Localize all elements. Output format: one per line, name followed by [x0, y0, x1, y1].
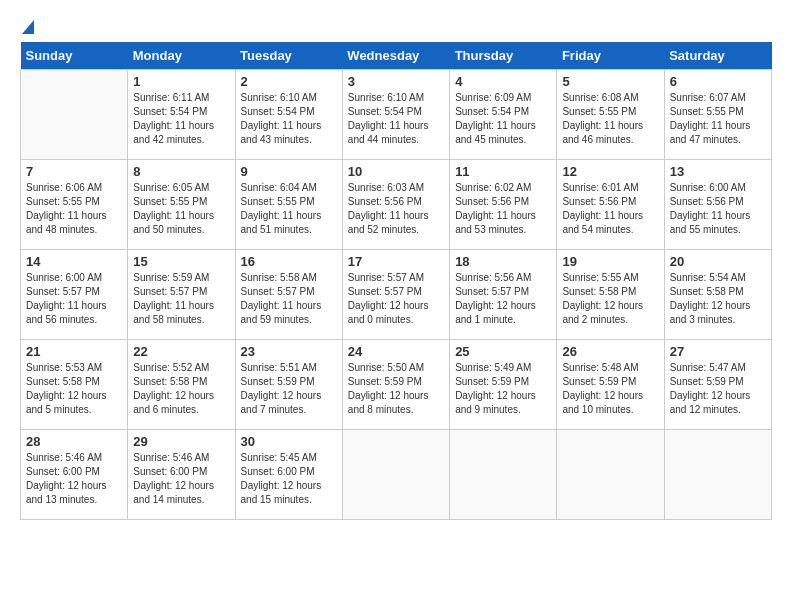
- calendar-cell: 25Sunrise: 5:49 AM Sunset: 5:59 PM Dayli…: [450, 340, 557, 430]
- col-friday: Friday: [557, 42, 664, 70]
- day-info: Sunrise: 6:09 AM Sunset: 5:54 PM Dayligh…: [455, 91, 551, 147]
- calendar-cell: 23Sunrise: 5:51 AM Sunset: 5:59 PM Dayli…: [235, 340, 342, 430]
- day-info: Sunrise: 5:59 AM Sunset: 5:57 PM Dayligh…: [133, 271, 229, 327]
- day-number: 15: [133, 254, 229, 269]
- logo: [20, 20, 42, 32]
- calendar-cell: 12Sunrise: 6:01 AM Sunset: 5:56 PM Dayli…: [557, 160, 664, 250]
- day-info: Sunrise: 6:01 AM Sunset: 5:56 PM Dayligh…: [562, 181, 658, 237]
- day-number: 22: [133, 344, 229, 359]
- calendar-cell: 16Sunrise: 5:58 AM Sunset: 5:57 PM Dayli…: [235, 250, 342, 340]
- day-info: Sunrise: 5:57 AM Sunset: 5:57 PM Dayligh…: [348, 271, 444, 327]
- calendar-cell: 13Sunrise: 6:00 AM Sunset: 5:56 PM Dayli…: [664, 160, 771, 250]
- day-number: 3: [348, 74, 444, 89]
- calendar-cell: 5Sunrise: 6:08 AM Sunset: 5:55 PM Daylig…: [557, 70, 664, 160]
- calendar-header-row: SundayMondayTuesdayWednesdayThursdayFrid…: [21, 42, 772, 70]
- calendar-cell: 29Sunrise: 5:46 AM Sunset: 6:00 PM Dayli…: [128, 430, 235, 520]
- day-info: Sunrise: 6:00 AM Sunset: 5:56 PM Dayligh…: [670, 181, 766, 237]
- day-info: Sunrise: 5:54 AM Sunset: 5:58 PM Dayligh…: [670, 271, 766, 327]
- calendar-cell: 15Sunrise: 5:59 AM Sunset: 5:57 PM Dayli…: [128, 250, 235, 340]
- calendar-cell: 24Sunrise: 5:50 AM Sunset: 5:59 PM Dayli…: [342, 340, 449, 430]
- day-number: 25: [455, 344, 551, 359]
- day-info: Sunrise: 5:53 AM Sunset: 5:58 PM Dayligh…: [26, 361, 122, 417]
- day-number: 28: [26, 434, 122, 449]
- day-info: Sunrise: 5:51 AM Sunset: 5:59 PM Dayligh…: [241, 361, 337, 417]
- day-info: Sunrise: 5:46 AM Sunset: 6:00 PM Dayligh…: [26, 451, 122, 507]
- calendar-cell: 27Sunrise: 5:47 AM Sunset: 5:59 PM Dayli…: [664, 340, 771, 430]
- day-number: 2: [241, 74, 337, 89]
- week-row-1: 1Sunrise: 6:11 AM Sunset: 5:54 PM Daylig…: [21, 70, 772, 160]
- day-info: Sunrise: 6:00 AM Sunset: 5:57 PM Dayligh…: [26, 271, 122, 327]
- day-number: 27: [670, 344, 766, 359]
- col-thursday: Thursday: [450, 42, 557, 70]
- col-tuesday: Tuesday: [235, 42, 342, 70]
- calendar-cell: [450, 430, 557, 520]
- calendar-table: SundayMondayTuesdayWednesdayThursdayFrid…: [20, 42, 772, 520]
- day-number: 4: [455, 74, 551, 89]
- logo-triangle-icon: [22, 16, 42, 36]
- day-info: Sunrise: 5:56 AM Sunset: 5:57 PM Dayligh…: [455, 271, 551, 327]
- day-info: Sunrise: 6:08 AM Sunset: 5:55 PM Dayligh…: [562, 91, 658, 147]
- week-row-2: 7Sunrise: 6:06 AM Sunset: 5:55 PM Daylig…: [21, 160, 772, 250]
- calendar-cell: 18Sunrise: 5:56 AM Sunset: 5:57 PM Dayli…: [450, 250, 557, 340]
- calendar-cell: 10Sunrise: 6:03 AM Sunset: 5:56 PM Dayli…: [342, 160, 449, 250]
- day-number: 12: [562, 164, 658, 179]
- calendar-cell: 4Sunrise: 6:09 AM Sunset: 5:54 PM Daylig…: [450, 70, 557, 160]
- day-number: 11: [455, 164, 551, 179]
- calendar-cell: [21, 70, 128, 160]
- day-info: Sunrise: 6:04 AM Sunset: 5:55 PM Dayligh…: [241, 181, 337, 237]
- day-number: 18: [455, 254, 551, 269]
- col-wednesday: Wednesday: [342, 42, 449, 70]
- day-info: Sunrise: 5:49 AM Sunset: 5:59 PM Dayligh…: [455, 361, 551, 417]
- day-number: 16: [241, 254, 337, 269]
- day-number: 13: [670, 164, 766, 179]
- day-info: Sunrise: 6:02 AM Sunset: 5:56 PM Dayligh…: [455, 181, 551, 237]
- col-sunday: Sunday: [21, 42, 128, 70]
- day-number: 9: [241, 164, 337, 179]
- calendar-cell: 8Sunrise: 6:05 AM Sunset: 5:55 PM Daylig…: [128, 160, 235, 250]
- calendar-cell: 3Sunrise: 6:10 AM Sunset: 5:54 PM Daylig…: [342, 70, 449, 160]
- day-number: 1: [133, 74, 229, 89]
- week-row-4: 21Sunrise: 5:53 AM Sunset: 5:58 PM Dayli…: [21, 340, 772, 430]
- day-number: 17: [348, 254, 444, 269]
- day-info: Sunrise: 5:55 AM Sunset: 5:58 PM Dayligh…: [562, 271, 658, 327]
- day-number: 14: [26, 254, 122, 269]
- day-info: Sunrise: 6:10 AM Sunset: 5:54 PM Dayligh…: [348, 91, 444, 147]
- day-number: 10: [348, 164, 444, 179]
- day-info: Sunrise: 6:06 AM Sunset: 5:55 PM Dayligh…: [26, 181, 122, 237]
- day-info: Sunrise: 5:45 AM Sunset: 6:00 PM Dayligh…: [241, 451, 337, 507]
- calendar-cell: 19Sunrise: 5:55 AM Sunset: 5:58 PM Dayli…: [557, 250, 664, 340]
- calendar-cell: 26Sunrise: 5:48 AM Sunset: 5:59 PM Dayli…: [557, 340, 664, 430]
- day-number: 8: [133, 164, 229, 179]
- calendar-cell: [664, 430, 771, 520]
- day-info: Sunrise: 6:05 AM Sunset: 5:55 PM Dayligh…: [133, 181, 229, 237]
- day-number: 5: [562, 74, 658, 89]
- day-info: Sunrise: 5:48 AM Sunset: 5:59 PM Dayligh…: [562, 361, 658, 417]
- day-number: 29: [133, 434, 229, 449]
- calendar-cell: 11Sunrise: 6:02 AM Sunset: 5:56 PM Dayli…: [450, 160, 557, 250]
- week-row-3: 14Sunrise: 6:00 AM Sunset: 5:57 PM Dayli…: [21, 250, 772, 340]
- svg-marker-0: [22, 20, 34, 34]
- calendar-cell: 17Sunrise: 5:57 AM Sunset: 5:57 PM Dayli…: [342, 250, 449, 340]
- day-number: 6: [670, 74, 766, 89]
- day-info: Sunrise: 6:11 AM Sunset: 5:54 PM Dayligh…: [133, 91, 229, 147]
- day-info: Sunrise: 6:07 AM Sunset: 5:55 PM Dayligh…: [670, 91, 766, 147]
- day-number: 19: [562, 254, 658, 269]
- calendar-cell: [557, 430, 664, 520]
- day-info: Sunrise: 5:52 AM Sunset: 5:58 PM Dayligh…: [133, 361, 229, 417]
- day-number: 21: [26, 344, 122, 359]
- day-number: 23: [241, 344, 337, 359]
- day-number: 26: [562, 344, 658, 359]
- calendar-cell: 20Sunrise: 5:54 AM Sunset: 5:58 PM Dayli…: [664, 250, 771, 340]
- calendar-cell: 7Sunrise: 6:06 AM Sunset: 5:55 PM Daylig…: [21, 160, 128, 250]
- day-number: 30: [241, 434, 337, 449]
- day-number: 24: [348, 344, 444, 359]
- day-info: Sunrise: 6:10 AM Sunset: 5:54 PM Dayligh…: [241, 91, 337, 147]
- calendar-cell: 21Sunrise: 5:53 AM Sunset: 5:58 PM Dayli…: [21, 340, 128, 430]
- week-row-5: 28Sunrise: 5:46 AM Sunset: 6:00 PM Dayli…: [21, 430, 772, 520]
- calendar-cell: [342, 430, 449, 520]
- day-info: Sunrise: 5:47 AM Sunset: 5:59 PM Dayligh…: [670, 361, 766, 417]
- calendar-cell: 30Sunrise: 5:45 AM Sunset: 6:00 PM Dayli…: [235, 430, 342, 520]
- calendar-cell: 22Sunrise: 5:52 AM Sunset: 5:58 PM Dayli…: [128, 340, 235, 430]
- col-monday: Monday: [128, 42, 235, 70]
- page-header: [20, 20, 772, 32]
